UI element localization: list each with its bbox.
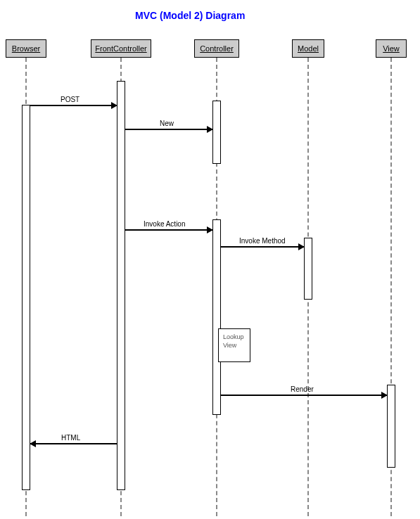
- message-new-label: New: [160, 120, 174, 127]
- message-render-label: Render: [291, 385, 314, 393]
- participant-model-label: Model: [298, 44, 319, 53]
- message-new-arrow: [125, 129, 212, 130]
- activation-front-controller: [117, 81, 125, 490]
- message-invoke-action-label: Invoke Action: [144, 220, 185, 228]
- activation-view: [387, 385, 395, 468]
- message-html-arrow: [30, 443, 117, 444]
- participant-controller: Controller: [194, 39, 239, 58]
- participant-front-controller-label: FrontController: [95, 44, 146, 53]
- participant-front-controller: FrontController: [91, 39, 151, 58]
- participant-controller-label: Controller: [200, 44, 234, 53]
- activation-browser: [22, 105, 30, 490]
- participant-model: Model: [292, 39, 324, 58]
- message-render-arrow: [221, 395, 387, 396]
- note-lookup-view-text: Lookup View: [223, 333, 244, 349]
- message-post-arrow: [30, 105, 117, 106]
- message-html-label: HTML: [61, 434, 80, 442]
- message-invoke-method-label: Invoke Method: [239, 237, 286, 245]
- activation-controller-invoke: [212, 219, 221, 415]
- activation-model: [304, 238, 312, 300]
- participant-view-label: View: [383, 44, 400, 53]
- mvc-sequence-diagram: MVC (Model 2) Diagram Browser FrontContr…: [0, 0, 420, 519]
- activation-controller-new: [212, 101, 221, 164]
- message-post-label: POST: [61, 96, 79, 103]
- message-invoke-action-arrow: [125, 229, 212, 231]
- participant-view: View: [376, 39, 407, 58]
- participant-browser-label: Browser: [12, 44, 40, 53]
- diagram-title: MVC (Model 2) Diagram: [135, 10, 245, 21]
- message-invoke-method-arrow: [221, 246, 304, 248]
- participant-browser: Browser: [6, 39, 46, 58]
- note-lookup-view: Lookup View: [218, 328, 250, 362]
